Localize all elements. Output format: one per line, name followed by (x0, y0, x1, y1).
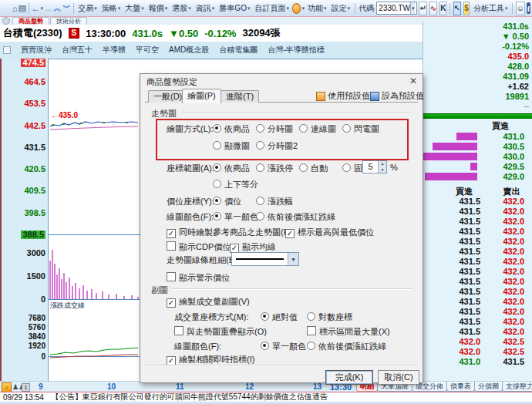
radio-draw-flash[interactable]: 閃電圖 (342, 123, 379, 135)
trade-row[interactable]: 431.5432.0 (423, 207, 532, 217)
cursor-tool-button[interactable]: ↖ (453, 2, 461, 15)
smiley-icon[interactable]: ▾ (292, 2, 305, 15)
radio-range-product[interactable]: 依商品 (213, 163, 250, 174)
radio-draw-timeshare2[interactable]: 分時圖2 (256, 140, 298, 152)
use-default-button[interactable]: 使用預設值 (316, 90, 370, 102)
toolbar-menu[interactable]: 交易▾ (76, 2, 99, 15)
back-icon[interactable]: ←▾ (31, 2, 43, 15)
toolbar-menu[interactable]: 自訂頁面▾ (252, 2, 291, 15)
trade-row[interactable]: 431.5432.0 (423, 267, 532, 277)
user-icon[interactable]: ☺ (516, 2, 525, 15)
category-tag[interactable]: 台灣-半導體指標 (268, 45, 324, 56)
bid-row[interactable]: 430.5 (423, 141, 532, 151)
enter-button[interactable]: ↵ (419, 2, 426, 15)
checkbox-overlay[interactable]: 與走勢圖重疊顯示(O) (174, 326, 267, 338)
radio-color-single[interactable]: 單一顏色 (213, 211, 258, 223)
analysis-tools-menu[interactable]: 分析工具▾ (471, 2, 510, 15)
category-tag[interactable]: 台灣五十 (62, 45, 93, 56)
trade-row[interactable]: 431.5432.0 (423, 297, 532, 307)
bottom-tab[interactable]: 支撐壓力 (502, 382, 532, 392)
radio-range-equal[interactable]: 上下等分 (213, 179, 258, 190)
toolbar-menu[interactable]: 設定▾ (328, 2, 352, 15)
stock-name[interactable]: 台積電(2330) (3, 26, 62, 40)
toolbar-menu[interactable]: 策略▾ (99, 2, 123, 15)
checkbox-max-volume[interactable]: 標示區間最大量(X) (307, 326, 390, 338)
tab-drawing[interactable]: 繪圖(P) (182, 89, 221, 103)
radio-axis-changepct[interactable]: 漲跌幅 (256, 196, 293, 207)
trade-row[interactable]: 431.5432.0 (423, 287, 532, 297)
trade-row[interactable]: 431.5432.0 (423, 197, 532, 207)
radio-range-limit[interactable]: 漲跌停 (256, 163, 293, 174)
checkbox-ma[interactable]: 顯示均線 (230, 241, 276, 253)
toolbar-menu[interactable]: 資訊▾ (194, 2, 217, 15)
status-message[interactable]: 【公告】東亞銀行有限公司發行的可贖回牛熊證代號55744的剩餘價值之估值通告 (52, 392, 328, 402)
trade-row[interactable]: 431.5432.0 (423, 277, 532, 287)
toolbar-menu[interactable]: 選股▾ (170, 2, 194, 15)
radio-vol-log[interactable]: 對數座標 (307, 311, 352, 323)
radio-color-updown[interactable]: 依前後價漲紅跌綠 (256, 211, 335, 223)
toolbar-menu[interactable]: 功能▾ (305, 2, 329, 15)
close-icon[interactable]: ✕ (409, 76, 417, 86)
trade-row[interactable]: 432.0432.5 (423, 337, 532, 347)
trade-row[interactable]: 431.5432.0 (423, 247, 532, 257)
checkbox-volume-subchart[interactable]: 繪製成交量副圖(V) (167, 296, 250, 308)
forward-icon[interactable]: → (44, 2, 52, 15)
page-nav-icon[interactable] (2, 17, 10, 25)
category-tag[interactable]: 買賣現沖 (21, 45, 52, 56)
trade-row[interactable]: 431.5432.0 (423, 327, 532, 337)
category-checkbox-icon[interactable] (3, 46, 11, 54)
trade-row[interactable]: 431.5432.0 (423, 257, 532, 267)
bid-row[interactable]: 431.0 (423, 131, 532, 141)
bid-row[interactable]: 430.0 (423, 151, 532, 161)
trade-row[interactable]: 431.5432.0 (423, 227, 532, 237)
layout-grid-icon[interactable] (2, 3, 12, 14)
tab-product-overview[interactable]: 商品盤勢 (12, 17, 49, 25)
trade-row[interactable]: 431.5432.0 (423, 307, 532, 317)
radio-range-auto[interactable]: 自動 (299, 163, 328, 174)
trade-row[interactable]: 431.5432.0 (423, 237, 532, 247)
ok-button[interactable]: 完成(K) (325, 370, 373, 385)
category-tag[interactable]: 台積電集團 (219, 45, 258, 56)
checkbox-realtime-indicator[interactable]: 繪製相關即時指標(I) (167, 354, 254, 365)
chevron-down-icon[interactable]: ▼ (288, 253, 298, 265)
category-tag[interactable]: AMD概念股 (169, 45, 209, 56)
line-thickness-dropdown[interactable]: ▼ (231, 252, 299, 266)
bottom-tab[interactable]: 價量表 (446, 382, 475, 392)
toolbar-menu[interactable]: 勝率GO▾ (217, 2, 252, 15)
radio-draw-product[interactable]: 依商品 (213, 123, 250, 135)
radio-vol-absolute[interactable]: 絕對值 (261, 311, 298, 323)
checkbox-cdp[interactable]: 顯示CDP價位 (167, 241, 231, 253)
checkbox-mark-hilo[interactable]: 標示最高與最低價位 (285, 227, 374, 238)
bottom-tab[interactable]: 分價圖 (474, 382, 503, 392)
category-tag[interactable]: 平可空 (136, 45, 159, 56)
trade-row[interactable]: 431.0431.5 (423, 357, 532, 367)
trade-row[interactable]: 431.5432.0 (423, 217, 532, 227)
symbol-input[interactable]: 2330.TW▾ (376, 2, 417, 15)
line-chart-button[interactable]: ∿ (429, 2, 437, 15)
tab-advanced[interactable]: 進階(T) (221, 90, 259, 103)
collapse-up-icon[interactable]: ︽ (53, 2, 62, 15)
radio-draw-timeshare[interactable]: 分時圖 (256, 123, 293, 135)
radio-axis-price[interactable]: 價位 (213, 196, 241, 207)
bid-row[interactable]: 429.0 (423, 171, 532, 181)
facebook-icon[interactable]: f (527, 2, 530, 14)
radio-color2-single[interactable]: 單一顏色 (261, 341, 306, 352)
checkbox-alert-price[interactable]: 顯示警示價位 (167, 272, 230, 284)
cancel-button[interactable]: 取消(C) (378, 370, 419, 385)
radio-draw-connline[interactable]: 連線圖 (299, 123, 336, 135)
radio-draw-micro[interactable]: 顯微圖 (213, 140, 250, 152)
stepper-up-icon[interactable]: ▲ (379, 161, 386, 167)
chevron-down-icon[interactable]: ▾ (410, 2, 416, 14)
set-default-button[interactable]: 設為預設值 (370, 90, 424, 102)
category-tag[interactable]: 半導體 (103, 45, 126, 56)
expand-down-icon[interactable]: ︾ (62, 2, 71, 15)
stepper-down-icon[interactable]: ▼ (379, 167, 386, 173)
dollar-tool-button[interactable]: $ (463, 2, 470, 15)
toolbar-menu[interactable]: 報價▾ (146, 2, 170, 15)
k-chart-button[interactable]: K (439, 2, 446, 15)
bid-row[interactable]: 429.5 (423, 161, 532, 171)
fixed-percent-stepper[interactable]: 5▲▼ (362, 160, 387, 173)
radio-color2-updown[interactable]: 依前後價漲紅跌綠 (307, 341, 386, 352)
toolbar-menu[interactable]: 大盤▾ (123, 2, 146, 15)
pages-icon[interactable]: ▤ (19, 2, 26, 15)
